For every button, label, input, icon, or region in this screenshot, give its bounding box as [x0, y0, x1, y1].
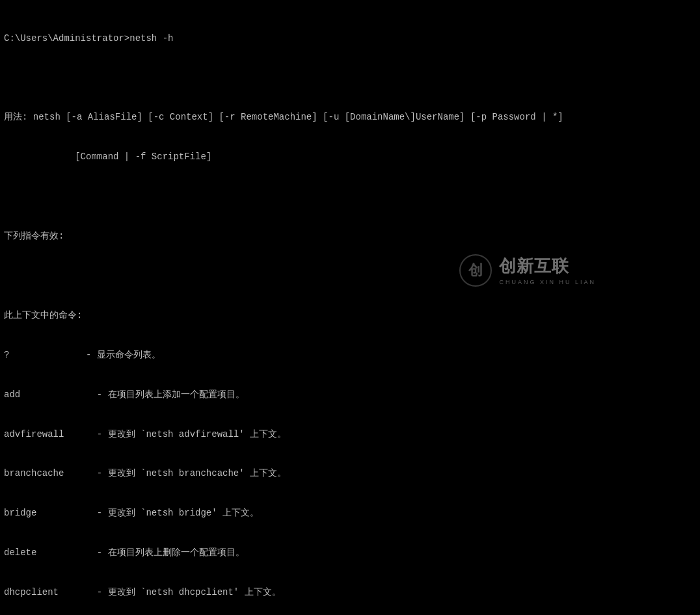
- usage-cont-line: [Command | -f ScriptFile]: [4, 150, 696, 163]
- prompt-line-1: C:\Users\Administrator>netsh -h: [4, 32, 696, 45]
- terminal-window: C:\Users\Administrator>netsh -h 用法: nets…: [4, 5, 696, 615]
- blank-1: [4, 71, 696, 84]
- cmd-dhcpclient: dhcpclient - 更改到 `netsh dhcpclient' 上下文。: [4, 586, 696, 599]
- cmd-add: add - 在项目列表上添加一个配置项目。: [4, 388, 696, 401]
- watermark-text-block: 创新互联 CHUANG XIN HU LIAN: [499, 254, 596, 287]
- cmd-delete: delete - 在项目列表上删除一个配置项目。: [4, 546, 696, 559]
- valid-cmd-label: 下列指令有效:: [4, 229, 696, 242]
- cmd-bridge: bridge - 更改到 `netsh bridge' 上下文。: [4, 506, 696, 519]
- cmd-advfirewall: advfirewall - 更改到 `netsh advfirewall' 上下…: [4, 428, 696, 441]
- watermark-main-text: 创新互联: [499, 254, 596, 279]
- context-cmd-label: 此上下文中的命令:: [4, 309, 696, 322]
- usage-line: 用法: netsh [-a AliasFile] [-c Context] [-…: [4, 111, 696, 124]
- cmd-branchcache: branchcache - 更改到 `netsh branchcache' 上下…: [4, 467, 696, 480]
- svg-text:创: 创: [468, 262, 483, 278]
- cmd-question: ? - 显示命令列表。: [4, 348, 696, 361]
- watermark: 创 创新互联 CHUANG XIN HU LIAN: [459, 254, 596, 287]
- watermark-sub-text: CHUANG XIN HU LIAN: [499, 278, 596, 287]
- blank-2: [4, 190, 696, 203]
- watermark-logo-icon: 创: [459, 254, 492, 287]
